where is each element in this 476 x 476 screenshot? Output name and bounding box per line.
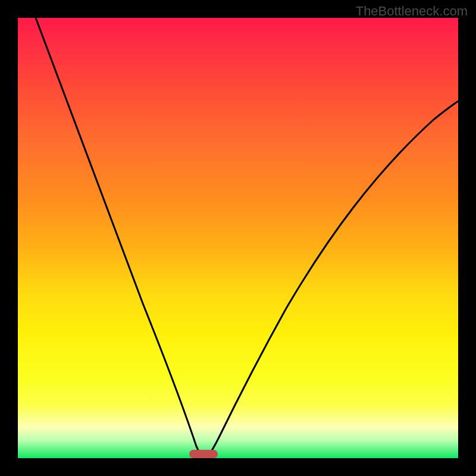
optimal-zone-marker — [189, 450, 218, 458]
bottleneck-curve — [18, 18, 458, 458]
outer-frame: TheBottleneck.com — [0, 0, 476, 476]
watermark-text: TheBottleneck.com — [356, 4, 468, 19]
chart-plot-area — [18, 18, 458, 458]
curve-path — [36, 18, 458, 458]
